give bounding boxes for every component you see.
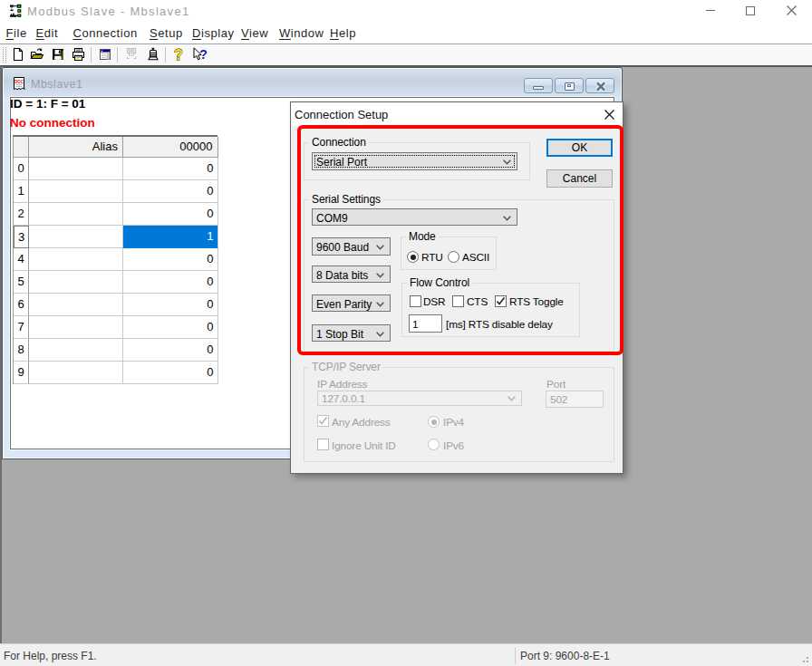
svg-text:?: ?	[199, 47, 208, 62]
svg-text:?: ?	[174, 47, 183, 62]
svg-text:DOC: DOC	[14, 79, 24, 84]
